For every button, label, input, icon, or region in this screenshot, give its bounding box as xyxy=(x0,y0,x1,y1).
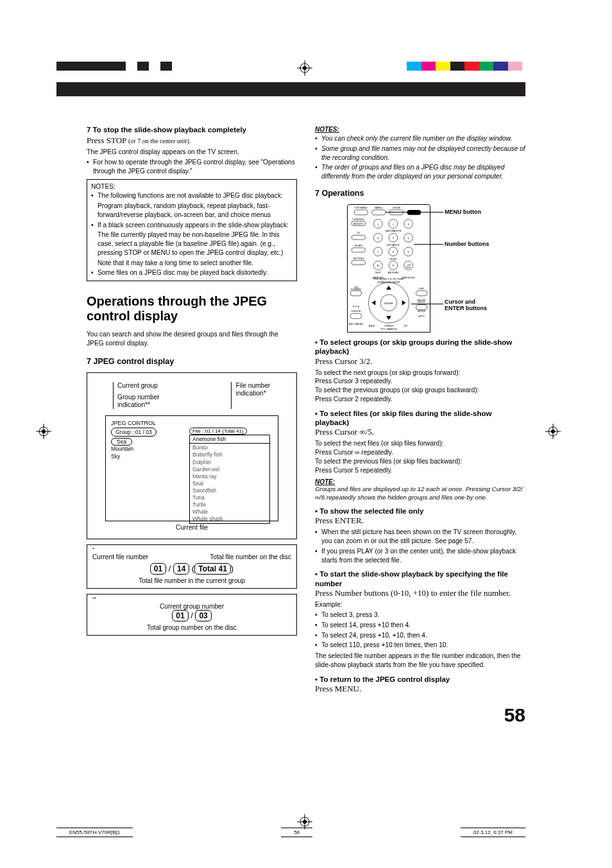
notes-item: The following functions are not availabl… xyxy=(91,191,293,200)
op4-press: Press Number buttons (0-10, +10) to ente… xyxy=(315,588,525,598)
svg-text:0: 0 xyxy=(393,264,395,267)
svg-rect-71 xyxy=(350,291,362,296)
op4-e2: To select 14, press +10 then 4. xyxy=(315,621,525,630)
notes-sub: Program playback, random playback, repea… xyxy=(98,202,293,220)
op1-l3: To select the previous groups (or skip g… xyxy=(315,386,525,395)
svg-point-3 xyxy=(303,66,307,70)
svg-text:4: 4 xyxy=(377,236,379,239)
svg-text:REC PAUSE: REC PAUSE xyxy=(349,322,364,326)
file-anemone: Anemone fish xyxy=(190,435,269,444)
notes-header: NOTES: xyxy=(315,126,525,133)
svg-text:MODE: MODE xyxy=(418,309,425,313)
num-01: 01 xyxy=(150,563,166,575)
svg-text:SETTING: SETTING xyxy=(353,257,364,260)
label-total-group-number-disc: Total group number on the disc xyxy=(92,624,291,631)
current-file-label: Current file xyxy=(94,524,290,531)
op-start-by-number-head: • To start the slide-show playback by sp… xyxy=(315,569,525,588)
footer-right: 02.3.12, 6:37 PM xyxy=(461,828,525,837)
svg-text:SCREEN: SCREEN xyxy=(351,288,362,291)
svg-text:MENU: MENU xyxy=(375,206,382,209)
svg-text:10: 10 xyxy=(377,264,380,267)
footer-left: EN55-58TH-V70R[B]1 xyxy=(56,828,133,837)
svg-text:8: 8 xyxy=(393,250,395,254)
notes-item: Some group and file names may not be dis… xyxy=(315,144,525,162)
group-sky: Sky xyxy=(111,453,175,460)
remote-diagram: TOP MENU MENU ZOOM CONTROL ADJUST 1 2 3 … xyxy=(347,204,488,333)
notes-item: You can check only the current file numb… xyxy=(315,134,525,143)
svg-text:DSP: DSP xyxy=(419,287,424,290)
label-group-num-indication: Group number indication** xyxy=(117,394,180,409)
press-stop-text: Press STOP xyxy=(87,135,128,145)
asterisk: * xyxy=(92,546,291,552)
svg-rect-74 xyxy=(416,291,427,296)
color-registration-left xyxy=(56,62,172,71)
svg-text:2: 2 xyxy=(393,222,394,225)
svg-text:5: 5 xyxy=(393,236,395,239)
op3-b2: If you press PLAY (or 3 on the center un… xyxy=(315,547,525,565)
svg-text:CONTROL: CONTROL xyxy=(352,217,365,220)
op-show-file-head: • To show the selected file only xyxy=(315,507,525,516)
note-header-2: NOTE: xyxy=(315,478,525,485)
op2-press: Press Cursor ∞/5. xyxy=(315,427,525,437)
notes-sub: The file currently played may be non-bas… xyxy=(98,230,293,257)
svg-text:9: 9 xyxy=(407,250,409,254)
svg-text:LEVEL: LEVEL xyxy=(389,257,398,260)
svg-text:FF: FF xyxy=(404,324,407,327)
svg-text:ZOOM: ZOOM xyxy=(393,206,400,209)
svg-text:3: 3 xyxy=(407,222,409,225)
num-14: 14 xyxy=(173,563,189,575)
file-header-pill: File : 01 / 14 (Total 41) xyxy=(189,428,247,435)
svg-marker-68 xyxy=(386,316,391,320)
label-cursor-enter: Cursor and ENTER buttons xyxy=(445,299,496,312)
note-body-2: Groups and files are displayed up to 12 … xyxy=(315,485,525,501)
label-total-file-number-group: Total file number in the current group xyxy=(92,577,291,584)
svg-marker-69 xyxy=(371,300,375,305)
svg-rect-59 xyxy=(352,260,366,265)
op-select-groups-head: • To select groups (or skip groups durin… xyxy=(315,338,525,356)
operations-heading: 7 Operations xyxy=(315,189,525,198)
num-total41: Total 41 xyxy=(194,563,230,575)
svg-rect-78 xyxy=(416,304,427,309)
op3-b1: When the still picture has been shown on… xyxy=(315,528,525,546)
section-title: Operations through the JPEG control disp… xyxy=(87,294,297,324)
svg-text:RETURN: RETURN xyxy=(388,271,399,274)
group-mountain: Mountain xyxy=(111,446,175,453)
op3-press: Press ENTER. xyxy=(315,516,525,526)
group-sea: Sea xyxy=(111,438,132,446)
op1-l1: To select the next groups (or skip group… xyxy=(315,369,525,378)
registration-mark-icon xyxy=(545,424,561,439)
svg-text:●PTY: ●PTY xyxy=(418,315,425,318)
op2-l2: Press Cursor ∞ repeatedly. xyxy=(315,448,525,457)
footer: EN55-58TH-V70R[B]1 58 02.3.12, 6:37 PM xyxy=(56,828,525,837)
op2-l3: To select the previous files (or skip fi… xyxy=(315,457,525,466)
jpeg-control-display-heading: 7 JPEG control display xyxy=(87,357,297,366)
svg-text:SATURATION: SATURATION xyxy=(386,229,402,232)
svg-text:SLEEP: SLEEP xyxy=(354,244,362,247)
svg-text:ADJUST: ADJUST xyxy=(353,221,364,225)
op4-e3: To select 24, press +10, +10, then 4. xyxy=(315,631,525,640)
label-menu-button: MENU button xyxy=(445,209,481,215)
registration-mark-icon xyxy=(297,60,312,76)
group-number-explainer: ** Current group number 01 / 03 Total gr… xyxy=(87,594,297,636)
svg-rect-55 xyxy=(352,235,366,239)
svg-rect-57 xyxy=(352,248,366,252)
stop-bullet-1: For how to operate through the JPEG cont… xyxy=(87,158,297,176)
svg-rect-17 xyxy=(371,210,386,215)
svg-text:100+: 100+ xyxy=(405,266,412,269)
page-number: 58 xyxy=(315,704,525,726)
op-select-files-head: • To select files (or skip files during … xyxy=(315,409,525,428)
label-file-num-indication: File number indication* xyxy=(235,382,290,397)
svg-text:ENTER: ENTER xyxy=(384,301,393,304)
op5-press: Press MENU. xyxy=(315,684,525,694)
svg-text:PTY SEARCH: PTY SEARCH xyxy=(380,327,396,331)
svg-rect-76 xyxy=(350,313,362,318)
file-list: Bonito Butterfly fish Dolphin Garden eel… xyxy=(190,444,269,523)
label-total-file-number-disc: Total file number on the disc xyxy=(210,553,291,560)
color-registration-right xyxy=(407,62,522,71)
num-g01: 01 xyxy=(172,610,188,621)
svg-text:6: 6 xyxy=(407,236,409,239)
press-stop-action: Press STOP (or 7 on the center unit). xyxy=(87,135,297,146)
file-number-explainer: * Current file number Total file number … xyxy=(87,544,297,589)
svg-text:PTY●: PTY● xyxy=(353,305,360,308)
header-black-bar xyxy=(56,82,525,96)
